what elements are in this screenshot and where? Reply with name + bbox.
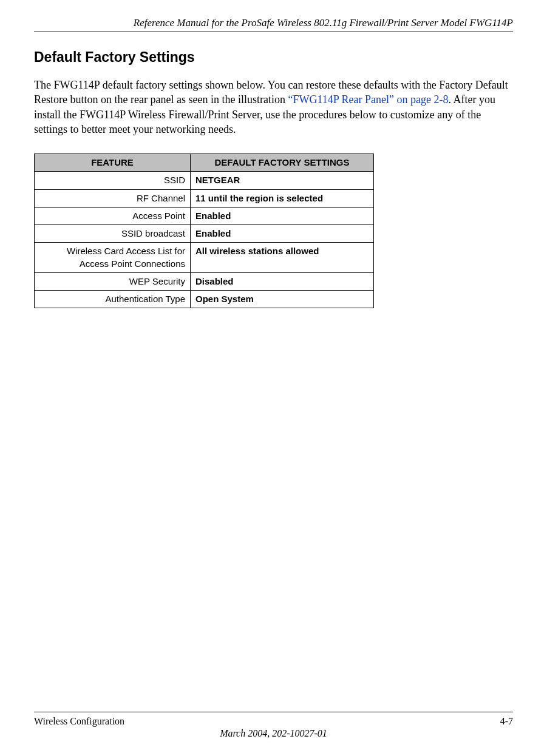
cell-feature: RF Channel [35,189,191,207]
cell-feature: SSID broadcast [35,225,191,243]
cell-value: All wireless stations allowed [191,243,374,273]
table-row: RF Channel 11 until the region is select… [35,189,374,207]
cell-value: Enabled [191,225,374,243]
section-heading: Default Factory Settings [34,49,513,66]
footer-page-number: 4-7 [500,716,513,727]
cell-value: Open System [191,291,374,308]
doc-header-title: Reference Manual for the ProSafe Wireles… [34,17,513,29]
section-paragraph: The FWG114P default factory settings sho… [34,78,513,137]
cell-feature: Access Point [35,207,191,224]
table-row: SSID broadcast Enabled [35,225,374,243]
cell-feature: WEP Security [35,272,191,290]
table-row: Authentication Type Open System [35,291,374,308]
cell-feature: SSID [35,172,191,189]
default-settings-table: FEATURE DEFAULT FACTORY SETTINGS SSID NE… [34,154,374,308]
header-divider [34,32,513,32]
table-row: Access Point Enabled [35,207,374,224]
table-header-row: FEATURE DEFAULT FACTORY SETTINGS [35,154,374,172]
cross-reference-link[interactable]: “FWG114P Rear Panel” on page 2-8 [288,93,448,106]
cell-value: 11 until the region is selected [191,189,374,207]
page-footer: Wireless Configuration 4-7 March 2004, 2… [34,712,513,739]
cell-feature: Authentication Type [35,291,191,308]
col-header-value: DEFAULT FACTORY SETTINGS [191,154,374,172]
cell-value: Disabled [191,272,374,290]
table-row: Wireless Card Access List for Access Poi… [35,243,374,273]
cell-feature: Wireless Card Access List for Access Poi… [35,243,191,273]
col-header-feature: FEATURE [35,154,191,172]
footer-divider [34,712,513,712]
cell-value: NETGEAR [191,172,374,189]
footer-section-name: Wireless Configuration [34,716,124,727]
table-row: WEP Security Disabled [35,272,374,290]
footer-pub-info: March 2004, 202-10027-01 [34,728,513,739]
cell-value: Enabled [191,207,374,224]
table-row: SSID NETGEAR [35,172,374,189]
